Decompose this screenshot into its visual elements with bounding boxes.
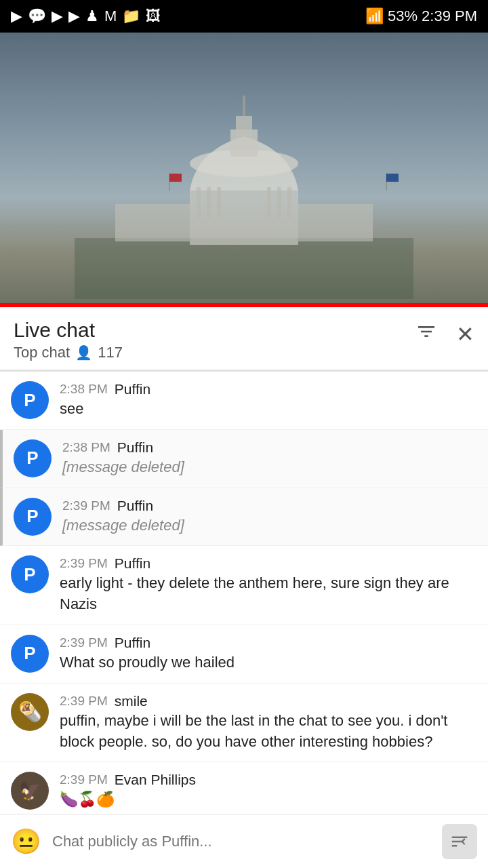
message-body: 2:39 PM Puffin [message deleted]: [62, 498, 477, 536]
yt-icon3: ▶: [68, 7, 80, 25]
chat-title: Live chat: [14, 318, 123, 342]
svg-rect-2: [190, 191, 298, 245]
svg-rect-16: [169, 174, 182, 182]
svg-rect-12: [287, 187, 291, 218]
time-text: 2:39 PM: [422, 7, 477, 25]
send-button[interactable]: [442, 824, 477, 859]
folder-icon: 📁: [122, 7, 140, 25]
message-author: Puffin: [115, 381, 150, 397]
message-body: 2:39 PM Puffin What so proudly we hailed: [60, 635, 477, 673]
chat-message-deleted: P 2:39 PM Puffin [message deleted]: [0, 488, 488, 547]
chat-message-deleted: P 2:38 PM Puffin [message deleted]: [0, 430, 488, 488]
message-author: Puffin: [115, 635, 150, 651]
message-time: 2:39 PM: [60, 556, 108, 571]
crown-icon: ♟: [85, 7, 99, 25]
chat-message: 🦅 2:39 PM Evan Phillips 🍆🍒🍊: [0, 762, 488, 821]
yt-icon2: ▶: [52, 7, 63, 25]
avatar: P: [14, 498, 52, 536]
svg-rect-13: [115, 204, 190, 241]
top-chat-label: Top chat: [14, 344, 70, 361]
message-text: What so proudly we hailed: [60, 652, 477, 673]
message-time: 2:39 PM: [60, 772, 108, 787]
video-player[interactable]: [0, 33, 488, 307]
capitol-image: [75, 41, 413, 299]
message-text: see: [60, 399, 477, 420]
avatar: 🦅: [11, 772, 49, 810]
chat-header: Live chat Top chat 👤 117 ✕: [0, 307, 488, 370]
chat-message: P 2:38 PM Puffin see: [0, 372, 488, 430]
battery-text: 53%: [388, 7, 418, 25]
close-button[interactable]: ✕: [456, 321, 474, 347]
avatar: P: [11, 555, 49, 593]
message-text: puffin, maybe i will be the last in the …: [60, 711, 477, 753]
message-meta: 2:38 PM Puffin: [62, 439, 477, 456]
svg-rect-7: [197, 187, 201, 218]
svg-rect-1: [75, 238, 413, 299]
chat-subtitle: Top chat 👤 117: [14, 344, 123, 361]
chat-input-bar: 😐: [0, 814, 488, 868]
message-time: 2:38 PM: [62, 440, 110, 455]
image-icon: 🖼: [146, 7, 161, 25]
message-author: Puffin: [115, 555, 150, 572]
svg-rect-10: [267, 187, 271, 218]
message-time: 2:38 PM: [60, 382, 108, 397]
message-text-deleted: [message deleted]: [62, 457, 477, 478]
viewer-icon: 👤: [75, 344, 92, 361]
viewer-count: 117: [98, 344, 123, 361]
svg-rect-14: [298, 204, 373, 241]
message-time: 2:39 PM: [62, 498, 110, 513]
status-icons: ▶ 💬 ▶ ▶ ♟ M 📁 🖼: [11, 7, 161, 25]
avatar: P: [14, 439, 52, 477]
message-author: smile: [115, 693, 148, 709]
chat-header-right: ✕: [415, 318, 474, 347]
chat-message: P 2:39 PM Puffin early light - they dele…: [0, 546, 488, 625]
svg-rect-8: [207, 187, 211, 218]
message-text: 🍆🍒🍊: [60, 789, 477, 810]
avatar: P: [11, 635, 49, 673]
message-body: 2:39 PM Evan Phillips 🍆🍒🍊: [60, 772, 477, 810]
message-body: 2:38 PM Puffin [message deleted]: [62, 439, 477, 478]
chat-message: P 2:39 PM Puffin What so proudly we hail…: [0, 625, 488, 684]
video-content: [0, 33, 488, 307]
filter-button[interactable]: [415, 321, 437, 347]
message-meta: 2:39 PM Evan Phillips: [60, 772, 477, 788]
message-author: Evan Phillips: [115, 772, 196, 788]
message-author: Puffin: [117, 439, 153, 456]
message-body: 2:39 PM Puffin early light - they delete…: [60, 555, 477, 615]
message-text: early light - they delete the anthem her…: [60, 573, 477, 615]
wifi-icon: 📶: [365, 7, 384, 25]
chat-input-field[interactable]: [52, 833, 431, 850]
svg-rect-18: [386, 174, 399, 182]
emoji-button[interactable]: 😐: [11, 827, 41, 856]
svg-rect-9: [217, 187, 221, 218]
status-bar: ▶ 💬 ▶ ▶ ♟ M 📁 🖼 📶 53% 2:39 PM: [0, 0, 488, 33]
youtube-icon: ▶: [11, 7, 22, 25]
send-icon: [449, 831, 470, 852]
svg-rect-11: [277, 187, 281, 218]
m-icon: M: [104, 7, 117, 25]
message-body: 2:38 PM Puffin see: [60, 381, 477, 420]
svg-rect-5: [236, 116, 252, 136]
chat-messages-list: P 2:38 PM Puffin see P 2:38 PM Puffin [m…: [0, 372, 488, 821]
message-meta: 2:39 PM Puffin: [62, 498, 477, 514]
message-time: 2:39 PM: [60, 635, 108, 650]
message-meta: 2:39 PM Puffin: [60, 635, 477, 651]
message-meta: 2:39 PM smile: [60, 693, 477, 709]
chat-icon: 💬: [28, 7, 46, 25]
chat-header-left: Live chat Top chat 👤 117: [14, 318, 123, 361]
message-meta: 2:39 PM Puffin: [60, 555, 477, 572]
chat-message: 🌯 2:39 PM smile puffin, maybe i will be …: [0, 684, 488, 763]
message-meta: 2:38 PM Puffin: [60, 381, 477, 397]
message-time: 2:39 PM: [60, 694, 108, 709]
avatar: P: [11, 381, 49, 419]
message-text-deleted: [message deleted]: [62, 515, 477, 536]
avatar: 🌯: [11, 693, 49, 731]
message-body: 2:39 PM smile puffin, maybe i will be th…: [60, 693, 477, 753]
status-info: 📶 53% 2:39 PM: [365, 7, 477, 25]
message-author: Puffin: [117, 498, 153, 514]
